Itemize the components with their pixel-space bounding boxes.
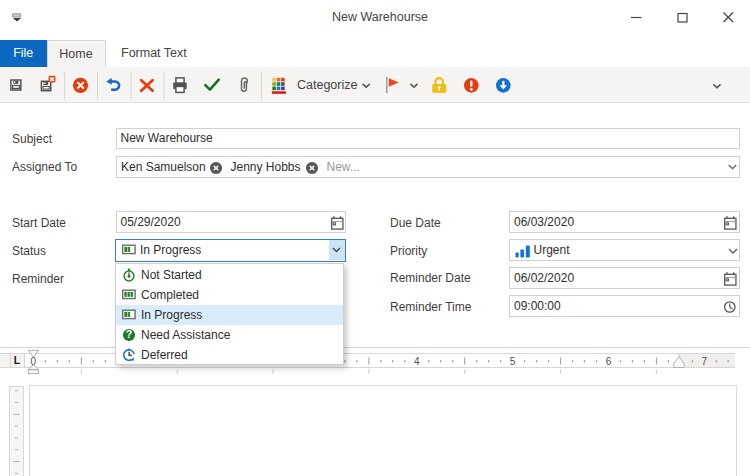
svg-text:7: 7	[702, 356, 708, 367]
svg-text:4: 4	[414, 356, 420, 367]
svg-text:5: 5	[510, 356, 516, 367]
svg-text:?: ?	[126, 328, 132, 340]
svg-text:6: 6	[606, 356, 612, 367]
